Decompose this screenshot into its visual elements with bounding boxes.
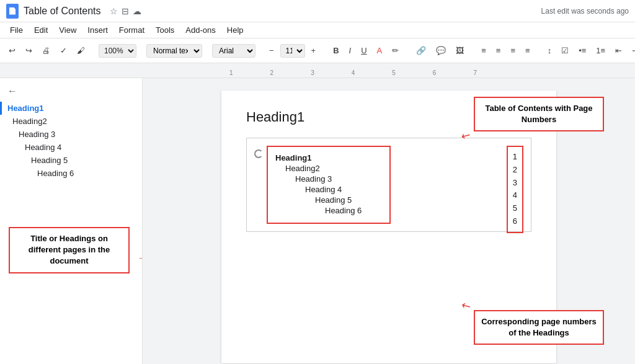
menu-help[interactable]: Help bbox=[222, 24, 249, 36]
page-numbers-box: 1 2 3 4 5 6 bbox=[507, 146, 523, 233]
toc-inner-box: Heading1 Heading2 Heading 3 Heading 4 He… bbox=[267, 146, 391, 224]
sidebar-back-button[interactable]: ← bbox=[0, 83, 142, 102]
sidebar-item-heading4[interactable]: Heading 4 bbox=[0, 141, 142, 154]
undo-button[interactable]: ↩ bbox=[5, 43, 19, 58]
toolbar: ↩ ↪ 🖨 ✓ 🖌 100% Normal text Arial − 11 + … bbox=[0, 38, 635, 63]
sidebar-item-heading3[interactable]: Heading 3 bbox=[0, 128, 142, 141]
page-numbers-callout-wrapper: Corresponding page numbers of the Headin… bbox=[474, 310, 604, 345]
italic-button[interactable]: I bbox=[345, 43, 355, 58]
ruler-mark-5: 5 bbox=[392, 69, 396, 76]
checklist-button[interactable]: ☑ bbox=[557, 43, 572, 58]
refresh-icon[interactable] bbox=[254, 149, 263, 158]
toc-entry-3: Heading 3 bbox=[275, 174, 382, 184]
menu-file[interactable]: File bbox=[5, 24, 28, 36]
sidebar-item-heading5[interactable]: Heading 5 bbox=[0, 154, 142, 167]
align-right-button[interactable]: ≡ bbox=[507, 43, 519, 58]
menu-format[interactable]: Format bbox=[114, 24, 149, 36]
ruler-mark-4: 4 bbox=[352, 69, 355, 76]
toc-content-row: Heading1 Heading2 Heading 3 Heading 4 He… bbox=[254, 146, 523, 224]
toc-outer-box: Heading1 Heading2 Heading 3 Heading 4 He… bbox=[246, 138, 531, 232]
last-edit-text: Last edit was seconds ago bbox=[541, 7, 629, 16]
menu-addons[interactable]: Add-ons bbox=[180, 24, 220, 36]
toc-numbers-callout-wrapper: Table of Contents with Page Numbers ↙ bbox=[474, 97, 604, 131]
align-left-button[interactable]: ≡ bbox=[477, 43, 490, 58]
toc-numbers-text: Table of Contents with Page Numbers bbox=[485, 104, 592, 124]
menu-edit[interactable]: Edit bbox=[29, 24, 53, 36]
main-layout: ← Heading1 Heading2 Heading 3 Heading 4 … bbox=[0, 78, 635, 364]
title-icons: ☆ ⊟ ☁ bbox=[110, 6, 141, 16]
ruler-marks: 1 2 3 4 5 6 7 bbox=[229, 69, 477, 76]
spellcheck-button[interactable]: ✓ bbox=[56, 43, 71, 58]
page-num-4: 4 bbox=[513, 189, 517, 202]
underline-button[interactable]: U bbox=[357, 43, 370, 58]
ruler-mark-1: 1 bbox=[229, 69, 233, 76]
star-icon[interactable]: ☆ bbox=[110, 6, 118, 16]
ruler-mark-6: 6 bbox=[433, 69, 437, 76]
content-wrapper: Table of Contents with Page Numbers ↙ He… bbox=[167, 91, 610, 363]
page-num-6: 6 bbox=[513, 215, 517, 228]
indent-increase-button[interactable]: ⇥ bbox=[628, 43, 635, 58]
document-title: Table of Contents bbox=[24, 6, 101, 17]
ruler-mark-2: 2 bbox=[270, 69, 274, 76]
sidebar-item-heading1[interactable]: Heading1 bbox=[0, 102, 142, 115]
toc-inner-section: Heading1 Heading2 Heading 3 Heading 4 He… bbox=[254, 146, 391, 224]
bold-button[interactable]: B bbox=[329, 43, 342, 58]
text-style-select[interactable]: Normal text bbox=[146, 44, 202, 58]
toc-entry-6: Heading 6 bbox=[275, 206, 382, 215]
toc-entry-4: Heading 4 bbox=[275, 185, 382, 194]
ruler-mark-7: 7 bbox=[473, 69, 477, 76]
active-indicator bbox=[0, 102, 2, 115]
folder-icon[interactable]: ⊟ bbox=[122, 6, 129, 16]
headings-annotation-text: Title or Headings on different pages in … bbox=[29, 234, 110, 265]
link-button[interactable]: 🔗 bbox=[412, 43, 430, 58]
justify-button[interactable]: ≡ bbox=[522, 43, 534, 58]
sidebar-heading1-wrapper: Heading1 bbox=[0, 102, 142, 115]
page-num-2: 2 bbox=[513, 164, 517, 177]
sidebar-item-heading6[interactable]: Heading 6 bbox=[0, 167, 142, 180]
menu-bar: File Edit View Insert Format Tools Add-o… bbox=[0, 22, 635, 38]
redo-button[interactable]: ↪ bbox=[22, 43, 36, 58]
menu-view[interactable]: View bbox=[54, 24, 81, 36]
line-spacing-button[interactable]: ↕ bbox=[544, 43, 556, 58]
page-numbers-annotation-text: Corresponding page numbers of the Headin… bbox=[481, 317, 597, 337]
content-area: Table of Contents with Page Numbers ↙ He… bbox=[143, 78, 635, 364]
indent-decrease-button[interactable]: ⇤ bbox=[611, 43, 626, 58]
ruler: 1 2 3 4 5 6 7 bbox=[0, 63, 635, 78]
bullets-button[interactable]: •≡ bbox=[575, 43, 590, 58]
menu-tools[interactable]: Tools bbox=[151, 24, 179, 36]
align-center-button[interactable]: ≡ bbox=[492, 43, 505, 58]
paint-format-button[interactable]: 🖌 bbox=[73, 43, 89, 58]
print-button[interactable]: 🖨 bbox=[38, 43, 54, 58]
toc-entry-1: Heading1 bbox=[275, 153, 382, 162]
font-family-select[interactable]: Arial bbox=[212, 44, 255, 58]
numbered-button[interactable]: 1≡ bbox=[592, 43, 609, 58]
font-size-select[interactable]: 11 bbox=[280, 44, 305, 58]
menu-insert[interactable]: Insert bbox=[82, 24, 113, 36]
headings-arrow-right: → bbox=[137, 252, 143, 265]
toc-entry-5: Heading 5 bbox=[275, 195, 382, 205]
page-numbers-annotation-box: Corresponding page numbers of the Headin… bbox=[474, 310, 604, 345]
zoom-select[interactable]: 100% bbox=[99, 44, 136, 58]
cloud-icon[interactable]: ☁ bbox=[133, 6, 141, 16]
sidebar-item-heading2[interactable]: Heading2 bbox=[0, 115, 142, 128]
comment-button[interactable]: 💬 bbox=[432, 43, 450, 58]
sidebar: ← Heading1 Heading2 Heading 3 Heading 4 … bbox=[0, 78, 143, 364]
ruler-mark-3: 3 bbox=[311, 69, 314, 76]
doc-icon bbox=[6, 4, 19, 19]
font-size-increase-button[interactable]: + bbox=[308, 43, 320, 58]
font-size-decrease-button[interactable]: − bbox=[265, 43, 278, 58]
page-num-1: 1 bbox=[513, 151, 517, 164]
page-num-3: 3 bbox=[513, 177, 517, 190]
title-bar: Table of Contents ☆ ⊟ ☁ Last edit was se… bbox=[0, 0, 635, 22]
toc-numbers-annotation-box: Table of Contents with Page Numbers bbox=[474, 97, 604, 131]
headings-annotation-box: Title or Headings on different pages in … bbox=[9, 227, 130, 273]
toc-entry-2: Heading2 bbox=[275, 164, 382, 173]
image-button[interactable]: 🖼 bbox=[452, 43, 468, 58]
page-num-5: 5 bbox=[513, 202, 517, 215]
font-color-button[interactable]: A bbox=[373, 43, 386, 58]
highlight-button[interactable]: ✏ bbox=[388, 43, 402, 58]
